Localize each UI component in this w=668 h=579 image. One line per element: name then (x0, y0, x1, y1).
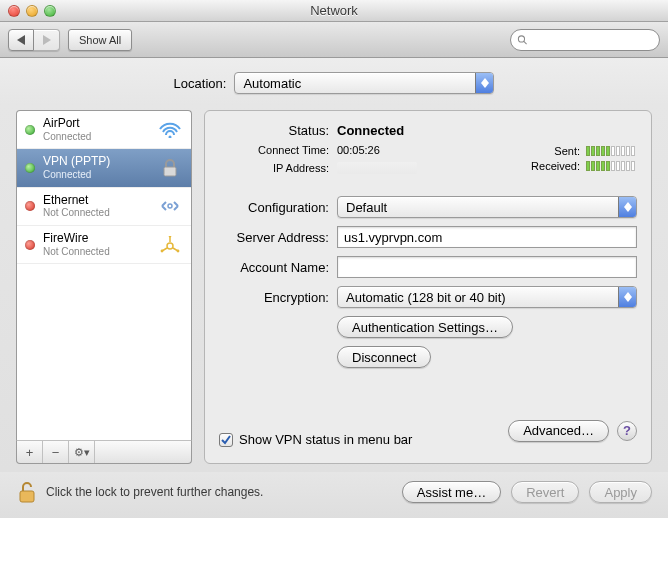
close-window-button[interactable] (8, 5, 20, 17)
search-field-wrap[interactable] (510, 29, 660, 51)
service-item-firewire[interactable]: FireWire Not Connected (17, 226, 191, 264)
service-item-labels: Ethernet Not Connected (43, 194, 149, 219)
ip-address-value (337, 162, 417, 174)
service-list-footer: + − ⚙︎▾ (16, 440, 192, 464)
level-bar (626, 161, 630, 171)
window-title: Network (0, 3, 668, 18)
level-bar (591, 146, 595, 156)
service-sub: Not Connected (43, 207, 149, 219)
minimize-window-button[interactable] (26, 5, 38, 17)
service-item-vpn[interactable]: VPN (PPTP) Connected (17, 149, 191, 187)
ip-address-label: IP Address: (219, 162, 337, 174)
chevron-updown-icon (618, 287, 636, 307)
level-bar (606, 161, 610, 171)
show-all-button[interactable]: Show All (68, 29, 132, 51)
chevron-updown-icon (475, 73, 493, 93)
configuration-popup[interactable]: Default (337, 196, 637, 218)
list-footer-spacer (95, 441, 191, 463)
assist-me-button[interactable]: Assist me… (402, 481, 501, 503)
service-name: VPN (PPTP) (43, 155, 149, 169)
location-value: Automatic (243, 76, 301, 91)
connect-time-label: Connect Time: (219, 144, 337, 156)
wifi-icon (157, 120, 183, 140)
remove-service-button[interactable]: − (43, 441, 69, 463)
triangle-right-icon (43, 35, 51, 45)
status-label: Status: (219, 123, 337, 138)
svg-point-8 (168, 204, 172, 208)
server-address-label: Server Address: (219, 230, 337, 245)
service-item-ethernet[interactable]: Ethernet Not Connected (17, 188, 191, 226)
bottom-buttons: Assist me… Revert Apply (402, 481, 652, 503)
sent-label: Sent: (554, 145, 580, 157)
lock-icon (157, 158, 183, 178)
level-bar (621, 161, 625, 171)
account-name-label: Account Name: (219, 260, 337, 275)
status-dot-icon (25, 240, 35, 250)
received-bars (586, 161, 635, 171)
authentication-settings-button[interactable]: Authentication Settings… (337, 316, 513, 338)
disconnect-button[interactable]: Disconnect (337, 346, 431, 368)
svg-rect-20 (20, 491, 34, 502)
configuration-value: Default (346, 200, 387, 215)
lock-row[interactable]: Click the lock to prevent further change… (16, 480, 263, 504)
svg-marker-19 (624, 297, 632, 302)
service-list-column: AirPort Connected VPN (PPTP) Connected (16, 110, 192, 464)
encryption-popup[interactable]: Automatic (128 bit or 40 bit) (337, 286, 637, 308)
search-icon (517, 34, 528, 46)
svg-point-15 (177, 249, 180, 252)
service-name: AirPort (43, 117, 149, 131)
service-sub: Not Connected (43, 246, 149, 258)
svg-rect-7 (164, 167, 176, 176)
svg-point-2 (518, 35, 524, 41)
service-item-airport[interactable]: AirPort Connected (17, 111, 191, 149)
status-value: Connected (337, 123, 404, 138)
zoom-window-button[interactable] (44, 5, 56, 17)
service-action-menu[interactable]: ⚙︎▾ (69, 441, 95, 463)
nav-seg (8, 29, 60, 51)
status-dot-icon (25, 201, 35, 211)
svg-point-9 (167, 243, 173, 249)
level-bar (611, 161, 615, 171)
level-bar (626, 146, 630, 156)
apply-button[interactable]: Apply (589, 481, 652, 503)
location-popup[interactable]: Automatic (234, 72, 494, 94)
svg-point-14 (161, 249, 164, 252)
location-label: Location: (174, 76, 227, 91)
level-bar (601, 161, 605, 171)
window-titlebar: Network (0, 0, 668, 22)
bottom-bar: Click the lock to prevent further change… (0, 472, 668, 518)
encryption-label: Encryption: (219, 290, 337, 305)
server-address-input[interactable] (337, 226, 637, 248)
level-bar (586, 161, 590, 171)
level-bar (631, 146, 635, 156)
level-bar (621, 146, 625, 156)
status-dot-icon (25, 125, 35, 135)
svg-point-13 (169, 236, 172, 237)
level-bar (616, 161, 620, 171)
add-service-button[interactable]: + (17, 441, 43, 463)
sent-bars (586, 146, 635, 156)
service-sub: Connected (43, 131, 149, 143)
svg-line-3 (524, 41, 527, 44)
traffic-lights (8, 5, 56, 17)
account-name-input[interactable] (337, 256, 637, 278)
lock-text: Click the lock to prevent further change… (46, 485, 263, 499)
revert-button[interactable]: Revert (511, 481, 579, 503)
back-button[interactable] (8, 29, 34, 51)
firewire-icon (157, 235, 183, 255)
svg-marker-17 (624, 207, 632, 212)
location-row: Location: Automatic (0, 58, 668, 104)
show-vpn-status-row: Show VPN status in menu bar (219, 432, 412, 447)
advanced-button[interactable]: Advanced… (508, 420, 609, 442)
unlock-icon (16, 480, 38, 504)
search-input[interactable] (528, 34, 653, 46)
connect-time-value: 00:05:26 (337, 144, 380, 156)
forward-button[interactable] (34, 29, 60, 51)
received-label: Received: (531, 160, 580, 172)
service-item-labels: AirPort Connected (43, 117, 149, 142)
show-vpn-status-checkbox[interactable] (219, 433, 233, 447)
svg-marker-0 (17, 35, 25, 45)
svg-marker-1 (43, 35, 51, 45)
encryption-value: Automatic (128 bit or 40 bit) (346, 290, 506, 305)
help-button[interactable]: ? (617, 421, 637, 441)
